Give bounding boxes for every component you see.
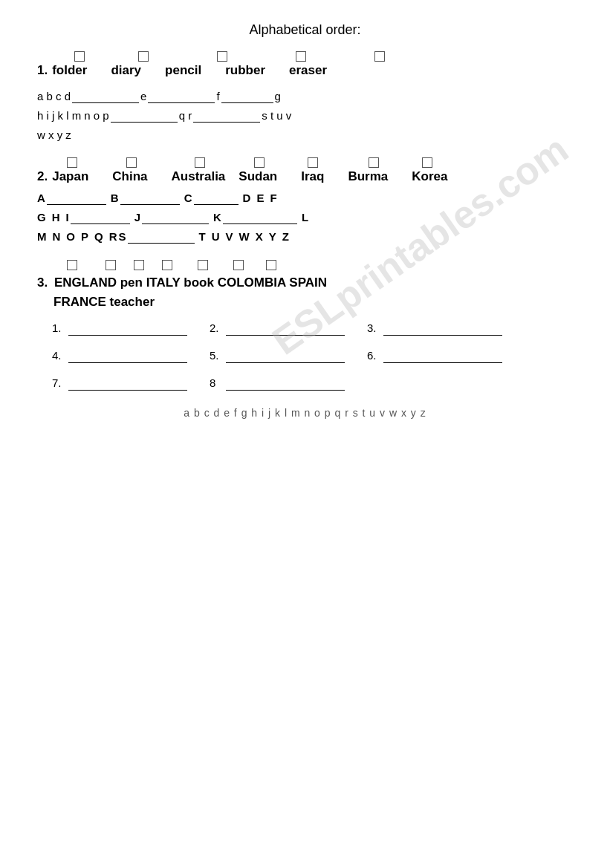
answer-blank-3[interactable]: [383, 322, 502, 336]
alpha-text: h i j k l m n o p: [37, 109, 109, 122]
alphabet-line-3: w x y z: [37, 128, 573, 141]
section3-words-line1: ENGLAND pen ITALY book COLOMBIA SPAIN: [54, 275, 327, 290]
alpha-text: q r: [179, 109, 192, 122]
cap-F: F: [270, 192, 276, 204]
blank-C[interactable]: [194, 192, 239, 205]
cap-Q: Q: [94, 230, 103, 243]
blank-K[interactable]: [223, 211, 297, 224]
checkbox-box: [198, 260, 208, 270]
checkbox-folder: [74, 51, 85, 63]
cb-japan: [67, 157, 77, 169]
section1-num: 1.: [37, 63, 48, 78]
answer-item-1: 1.: [52, 322, 187, 336]
alpha-text: g: [275, 90, 281, 102]
section3-words: 3. ENGLAND pen ITALY book COLOMBIA SPAIN…: [37, 273, 573, 311]
answer-num-3: 3.: [367, 322, 380, 334]
cap-D: D: [243, 192, 251, 204]
answer-item-3: 3.: [367, 322, 502, 336]
checkbox-box: [195, 157, 205, 168]
blank-S[interactable]: [128, 230, 195, 244]
word-korea: Korea: [412, 169, 447, 184]
word-rubber: rubber: [225, 63, 265, 78]
cap-Y: Y: [269, 230, 276, 243]
answer-item-2: 2.: [210, 322, 345, 336]
alpha-text: w x y z: [37, 128, 71, 141]
alpha-text: f: [216, 90, 219, 102]
answer-blank-7[interactable]: [68, 376, 187, 391]
cap-J: J: [134, 211, 140, 223]
cap-P: P: [81, 230, 88, 243]
answer-grid: 1. 2. 3. 4. 5. 6.: [52, 322, 573, 391]
answer-row-3: 7. 8: [52, 376, 573, 391]
word-sudan: Sudan: [239, 169, 277, 184]
checkbox-box: [254, 157, 265, 168]
checkbox-box: [374, 51, 385, 62]
answer-blank-8[interactable]: [226, 376, 345, 391]
word-japan: Japan: [52, 169, 88, 184]
cb-china: [126, 157, 137, 169]
answer-num-1: 1.: [52, 322, 65, 334]
answer-num-2: 2.: [210, 322, 223, 334]
cap-S: S: [119, 230, 126, 243]
cap-alpha-line-2: G H I J K L: [37, 211, 573, 224]
blank-2a[interactable]: [111, 109, 178, 123]
answer-blank-1[interactable]: [68, 322, 187, 336]
checkbox-box: [217, 51, 227, 62]
section-1: 1. folder diary pencil rubber eraser a b…: [37, 51, 573, 141]
checkbox-box: [233, 260, 244, 270]
cap-H: H: [52, 211, 60, 223]
blank-J[interactable]: [142, 211, 209, 224]
section3-checkbox-row: [37, 260, 573, 272]
cap-A: A: [37, 192, 45, 204]
cap-I: I: [66, 211, 69, 223]
answer-blank-5[interactable]: [226, 349, 345, 363]
blank-1b[interactable]: [148, 90, 215, 103]
checkbox-box: [162, 260, 172, 270]
section3-words-line2: FRANCE teacher: [53, 295, 155, 309]
answer-item-7: 7.: [52, 376, 187, 391]
answer-num-5: 5.: [210, 349, 223, 362]
section1-checkbox-row: [37, 51, 573, 63]
cb-iraq: [308, 157, 318, 169]
alphabet-line-2: h i j k l m n o p q r s t u v: [37, 109, 573, 123]
blank-2b[interactable]: [193, 109, 260, 123]
section2-checkbox-row: [37, 157, 573, 169]
cap-U: U: [212, 230, 220, 243]
answer-blank-2[interactable]: [226, 322, 345, 336]
section-3: 3. ENGLAND pen ITALY book COLOMBIA SPAIN…: [37, 260, 573, 391]
cap-X: X: [256, 230, 263, 243]
word-iraq: Iraq: [301, 169, 324, 184]
section2-words-row: 2. Japan China Australia Sudan Iraq Burm…: [37, 169, 573, 184]
checkbox-box: [138, 51, 149, 62]
cb3-pen: [106, 260, 116, 272]
checkbox-box: [126, 157, 137, 168]
answer-blank-4[interactable]: [68, 349, 187, 363]
cap-M: M: [37, 230, 47, 243]
cap-N: N: [53, 230, 61, 243]
alpha-text: s t u v: [262, 109, 291, 122]
checkbox-eraser: [374, 51, 385, 63]
section1-words-row: 1. folder diary pencil rubber eraser: [37, 63, 573, 78]
cap-L: L: [302, 211, 308, 223]
answer-blank-6[interactable]: [383, 349, 502, 363]
blank-B[interactable]: [120, 192, 180, 205]
footer-alphabet: a b c d e f g h i j k l m n o p q r s t …: [37, 407, 573, 419]
cap-G: G: [37, 211, 46, 223]
answer-num-6: 6.: [367, 349, 380, 362]
word-eraser: eraser: [289, 63, 327, 78]
answer-num-4: 4.: [52, 349, 65, 362]
cap-alpha-line-1: A B C D E F: [37, 192, 573, 205]
answer-row-1: 1. 2. 3.: [52, 322, 573, 336]
blank-I[interactable]: [71, 211, 130, 224]
cap-T: T: [199, 230, 206, 243]
checkbox-box: [369, 157, 379, 168]
blank-1c[interactable]: [221, 90, 273, 103]
cb3-colombia: [198, 260, 208, 272]
answer-num-7: 7.: [52, 376, 65, 389]
cb-australia: [195, 157, 205, 169]
cb3-italy: [134, 260, 144, 272]
blank-A[interactable]: [47, 192, 106, 205]
checkbox-box: [308, 157, 318, 168]
blank-1a[interactable]: [72, 90, 139, 103]
answer-item-5: 5.: [210, 349, 345, 363]
